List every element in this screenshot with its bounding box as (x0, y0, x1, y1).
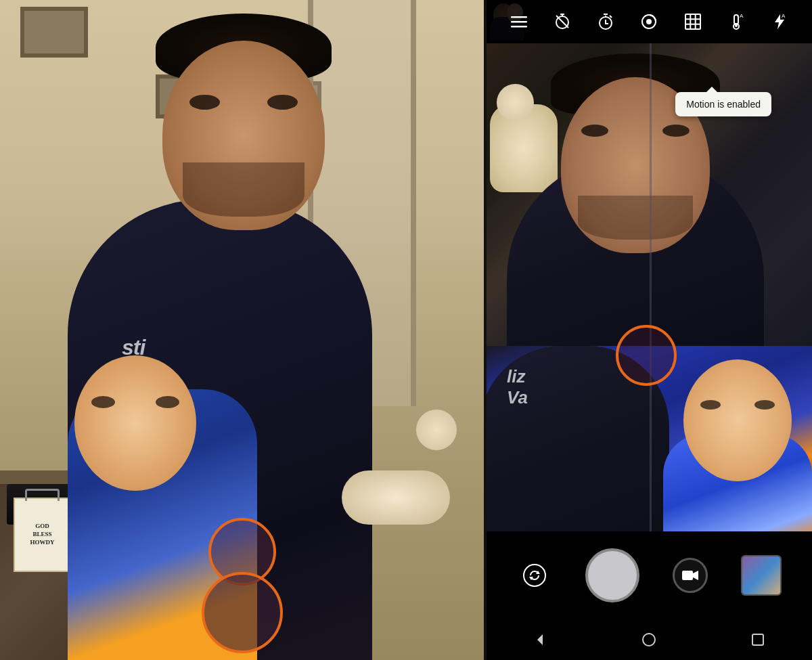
bag-1: GOD BLESS HOWDY (14, 498, 71, 572)
bottom-baby-face (683, 359, 792, 481)
svg-rect-26 (682, 571, 693, 580)
svg-line-10 (610, 16, 612, 18)
recents-icon (750, 632, 765, 647)
bag-1-text: GOD (35, 523, 49, 531)
white-balance-button[interactable]: A (724, 9, 748, 34)
bottom-baby-eye-left (700, 400, 721, 410)
shutter-ring-right[interactable] (616, 325, 677, 386)
home-button[interactable] (635, 626, 662, 653)
back-button[interactable] (527, 626, 554, 653)
bag-1-text-2: BLESS (32, 531, 51, 539)
svg-rect-18 (734, 15, 738, 24)
man-beard (183, 162, 304, 217)
bottom-baby-eye-right (754, 400, 775, 410)
dog-body (342, 470, 450, 525)
nav-bar (487, 619, 812, 660)
grid-button[interactable] (681, 9, 705, 34)
gallery-thumb-image (742, 556, 780, 594)
menu-button[interactable] (507, 9, 531, 34)
top-man-beard (578, 196, 693, 240)
wall-frame-1 (20, 7, 88, 58)
viewfinder-area: lizVa Motion is enabled (487, 43, 812, 531)
svg-point-29 (643, 634, 655, 646)
bag-1-text-3: HOWDY (30, 539, 55, 547)
timer-button[interactable] (593, 9, 618, 34)
flip-camera-icon (521, 562, 548, 589)
baby-eye-left (91, 396, 115, 408)
baby-eye-right (156, 396, 179, 408)
motion-tooltip-text: Motion is enabled (686, 99, 761, 110)
shutter-button[interactable] (585, 548, 639, 602)
flip-camera-button[interactable] (517, 558, 552, 593)
gallery-thumbnail[interactable] (741, 555, 782, 596)
viewfinder-divider (650, 43, 652, 531)
dog-area (342, 423, 464, 525)
svg-text:A: A (740, 13, 744, 19)
timer-off-icon (554, 13, 571, 30)
home-icon (641, 632, 657, 648)
top-man-eye-right (662, 125, 690, 137)
flash-button[interactable]: A (767, 9, 792, 34)
man-eye-left (189, 95, 220, 110)
svg-marker-28 (537, 634, 543, 645)
motion-tooltip: Motion is enabled (675, 92, 771, 116)
dog-head (416, 410, 457, 450)
video-button[interactable] (673, 558, 708, 593)
svg-point-20 (735, 24, 738, 27)
camera-toolbar: A A (487, 0, 812, 43)
hamburger-menu-icon (511, 14, 527, 30)
svg-point-23 (524, 565, 545, 586)
motion-button[interactable] (637, 9, 661, 34)
svg-rect-0 (511, 16, 527, 18)
man-face (162, 41, 325, 230)
bottom-hoodie-text: lizVa (507, 366, 528, 408)
svg-text:A: A (782, 13, 786, 19)
motion-icon (639, 12, 658, 31)
svg-rect-13 (685, 14, 700, 29)
video-icon (681, 566, 700, 585)
svg-rect-1 (511, 21, 527, 23)
grid-icon (684, 13, 702, 30)
timer-off-button[interactable] (550, 9, 574, 34)
back-icon (533, 632, 549, 648)
top-man-eye-left (581, 125, 608, 137)
top-dog-head (497, 84, 534, 121)
flash-icon: A (772, 13, 787, 30)
shutter-ring-left-bottom[interactable] (202, 572, 283, 653)
timer-icon (597, 13, 614, 30)
app-root: GOD BLESS HOWDY GOD BLESS SARA sti (0, 0, 812, 660)
temperature-icon: A (727, 13, 745, 30)
camera-controls (487, 531, 812, 619)
man-eye-right (267, 95, 298, 110)
svg-point-12 (646, 19, 652, 24)
right-panel: A A (487, 0, 812, 660)
left-preview-panel: GOD BLESS HOWDY GOD BLESS SARA sti (0, 0, 484, 660)
svg-rect-30 (752, 634, 763, 645)
svg-rect-2 (511, 26, 527, 28)
recents-button[interactable] (744, 626, 771, 653)
svg-marker-27 (693, 571, 698, 580)
baby-face (74, 355, 196, 491)
